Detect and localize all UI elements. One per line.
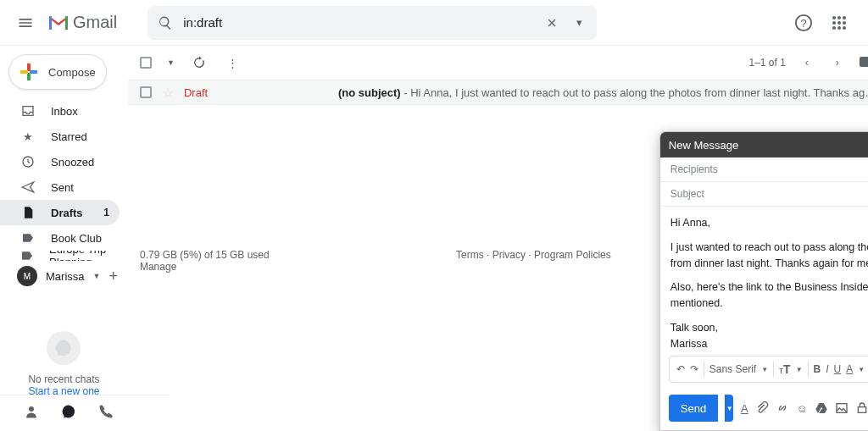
sidebar-item-starred[interactable]: ★ Starred: [0, 124, 120, 149]
compose-title: New Message: [669, 139, 738, 152]
undo-icon[interactable]: ↶: [676, 363, 685, 375]
sidebar-item-drafts[interactable]: Drafts 1: [0, 200, 120, 225]
avatar: M: [17, 266, 37, 286]
account-name: Marissa: [46, 270, 85, 283]
svg-point-9: [837, 26, 841, 30]
sidebar-item-snoozed[interactable]: Snoozed: [0, 149, 120, 174]
account-row[interactable]: M Marissa ▼ +: [0, 261, 128, 291]
nav-label: Book Club: [51, 232, 102, 245]
font-size-icon[interactable]: тT: [779, 362, 791, 376]
clock-icon: [20, 154, 36, 169]
svg-rect-11: [27, 64, 31, 71]
select-all-checkbox[interactable]: [140, 57, 152, 69]
hangouts-tab-icon[interactable]: [59, 402, 78, 421]
text-color-icon[interactable]: A: [846, 363, 853, 375]
svg-point-6: [837, 21, 841, 25]
menu-icon[interactable]: [8, 6, 42, 40]
svg-point-10: [843, 26, 846, 30]
label-icon: [20, 230, 36, 246]
mail-row[interactable]: ☆ Draft (no subject) - Hi Anna, I just w…: [128, 80, 868, 105]
svg-point-4: [843, 16, 846, 19]
confidential-icon[interactable]: [855, 399, 868, 417]
list-toolbar: ▼ ⋮ 1–1 of 1 ‹ › ▼: [128, 46, 868, 80]
format-toolbar: ↶ ↷ Sans Serif ▼ тT ▼ B I U A ▼ ▼: [669, 356, 868, 383]
app-name: Gmail: [73, 13, 117, 32]
italic-icon[interactable]: I: [826, 363, 828, 375]
input-tools-icon[interactable]: [859, 53, 868, 72]
more-icon[interactable]: ⋮: [224, 53, 242, 72]
emoji-icon[interactable]: ☺: [796, 399, 807, 417]
compose-actions: Send ▼ A ☺ ⋮: [660, 388, 868, 430]
nav-label: Europe Trip Planning: [49, 251, 109, 261]
text-format-icon[interactable]: A: [740, 399, 748, 417]
clear-search-icon[interactable]: [542, 14, 561, 32]
svg-text:?: ?: [800, 16, 806, 29]
compose-button[interactable]: Compose: [8, 54, 107, 90]
gmail-logo[interactable]: Gmail: [47, 13, 117, 32]
font-select[interactable]: Sans Serif: [709, 363, 756, 375]
compose-header[interactable]: New Message — ⤢ ✕: [660, 132, 868, 157]
nav-label: Starred: [51, 130, 87, 143]
bold-icon[interactable]: B: [814, 363, 821, 375]
svg-rect-12: [27, 73, 31, 80]
search-input[interactable]: [183, 15, 534, 30]
sidebar-item-book-club[interactable]: Book Club: [0, 225, 120, 251]
sidebar-item-sent[interactable]: Sent: [0, 174, 120, 200]
recipients-field[interactable]: Recipients: [660, 157, 868, 182]
image-icon[interactable]: [835, 399, 849, 417]
sidebar-item-inbox[interactable]: Inbox: [0, 98, 120, 124]
row-sender: Draft: [184, 86, 328, 99]
size-dropdown-icon[interactable]: ▼: [796, 366, 803, 373]
storage-text: 0.79 GB (5%) of 15 GB used: [140, 249, 270, 261]
phone-icon[interactable]: [97, 402, 115, 421]
help-icon[interactable]: ?: [792, 11, 815, 35]
no-chats-text: No recent chats: [17, 373, 111, 385]
color-dropdown-icon[interactable]: ▼: [858, 366, 865, 373]
inbox-icon: [20, 103, 36, 119]
app-header: Gmail ▾ ?: [0, 0, 868, 46]
refresh-icon[interactable]: [190, 53, 209, 72]
search-bar[interactable]: ▾: [147, 6, 597, 40]
draft-icon: [20, 205, 36, 220]
gmail-m-icon: [47, 14, 70, 31]
star-icon: ★: [20, 129, 36, 144]
compose-label: Compose: [48, 66, 96, 79]
nav-label: Sent: [51, 181, 74, 194]
manage-link[interactable]: Manage: [140, 261, 270, 273]
add-account-icon[interactable]: +: [108, 268, 118, 285]
drive-icon[interactable]: [815, 399, 828, 417]
underline-icon[interactable]: U: [834, 363, 842, 375]
label-icon: [20, 251, 34, 261]
send-button[interactable]: Send: [669, 395, 718, 422]
policies-link[interactable]: Program Policies: [534, 249, 611, 261]
apps-grid-icon[interactable]: [827, 11, 851, 35]
font-dropdown-icon[interactable]: ▼: [761, 366, 768, 373]
result-count: 1–1 of 1: [748, 57, 785, 69]
search-options-icon[interactable]: ▾: [570, 14, 588, 32]
person-icon[interactable]: [22, 402, 41, 421]
terms-link[interactable]: Terms: [456, 249, 484, 261]
search-icon[interactable]: [156, 14, 175, 32]
link-icon[interactable]: [776, 399, 789, 417]
sidebar: Compose Inbox ★ Starred Snoozed Sent Dra…: [0, 46, 128, 431]
compose-body[interactable]: Hi Anna, I just wanted to reach out to p…: [660, 207, 868, 351]
send-options-icon[interactable]: ▼: [725, 395, 733, 422]
nav-label: Inbox: [51, 105, 78, 118]
account-dropdown-icon[interactable]: ▼: [93, 272, 101, 280]
privacy-link[interactable]: Privacy: [492, 249, 526, 261]
svg-point-8: [832, 26, 836, 30]
row-subject: (no subject) - Hi Anna, I just wanted to…: [338, 86, 868, 99]
prev-page-icon[interactable]: ‹: [798, 53, 816, 72]
redo-icon[interactable]: ↷: [690, 363, 698, 375]
svg-rect-17: [860, 57, 868, 67]
svg-point-5: [832, 21, 836, 25]
drafts-count: 1: [103, 207, 109, 218]
select-dropdown-icon[interactable]: ▼: [167, 58, 175, 67]
sidebar-item-trip[interactable]: Europe Trip Planning: [0, 251, 120, 261]
subject-field[interactable]: Subject: [660, 182, 868, 207]
next-page-icon[interactable]: ›: [828, 53, 847, 72]
plus-icon: [18, 61, 40, 83]
row-checkbox[interactable]: [140, 86, 152, 98]
attach-icon[interactable]: [755, 399, 769, 417]
star-icon[interactable]: ☆: [162, 85, 174, 101]
